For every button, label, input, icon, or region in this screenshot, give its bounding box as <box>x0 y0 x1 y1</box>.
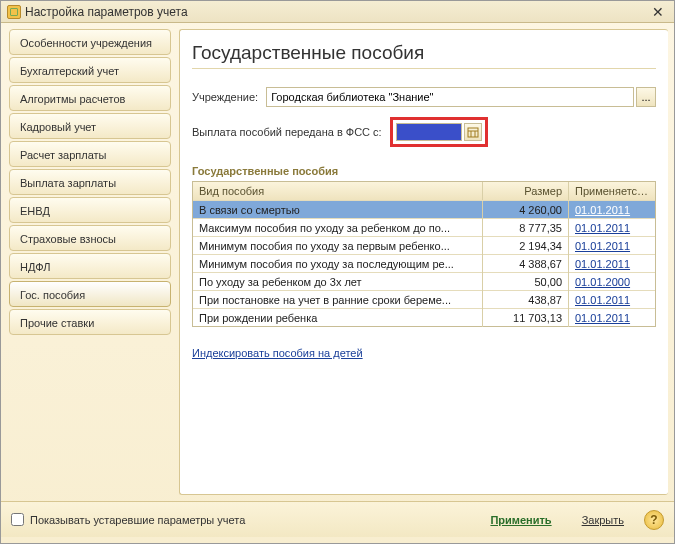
index-benefits-link[interactable]: Индексировать пособия на детей <box>192 347 363 359</box>
sidebar-item[interactable]: Прочие ставки <box>9 309 171 335</box>
date-link[interactable]: 01.01.2011 <box>575 312 630 324</box>
cell-size: 4 388,67 <box>483 255 569 273</box>
show-obsolete-checkbox[interactable]: Показывать устаревшие параметры учета <box>11 513 245 526</box>
date-link[interactable]: 01.01.2011 <box>575 222 630 234</box>
cell-name: Минимум пособия по уходу за последующим … <box>193 255 483 273</box>
cell-size: 438,87 <box>483 291 569 309</box>
titlebar: Настройка параметров учета ✕ <box>1 1 674 23</box>
cell-date: 01.01.2011 <box>569 309 655 327</box>
divider <box>192 68 656 69</box>
institution-row: Учреждение: Городская библиотека "Знание… <box>192 87 656 107</box>
settings-window: Настройка параметров учета ✕ Особенности… <box>0 0 675 544</box>
sidebar-item[interactable]: Расчет зарплаты <box>9 141 171 167</box>
cell-date: 01.01.2011 <box>569 201 655 219</box>
cell-name: По уходу за ребенком до 3х лет <box>193 273 483 291</box>
table-row[interactable]: В связи со смертью4 260,0001.01.2011 <box>193 200 655 218</box>
col-header-size[interactable]: Размер <box>483 182 569 200</box>
sidebar-item[interactable]: ЕНВД <box>9 197 171 223</box>
date-link[interactable]: 01.01.2011 <box>575 204 630 216</box>
benefits-table: Вид пособия Размер Применяется с В связи… <box>192 181 656 327</box>
cell-date: 01.01.2011 <box>569 237 655 255</box>
cell-name: Минимум пособия по уходу за первым ребен… <box>193 237 483 255</box>
col-header-name[interactable]: Вид пособия <box>193 182 483 200</box>
window-title: Настройка параметров учета <box>25 5 188 19</box>
apply-button[interactable]: Применить <box>478 509 563 531</box>
cell-size: 8 777,35 <box>483 219 569 237</box>
fss-date-highlight <box>390 117 488 147</box>
institution-select-button[interactable]: ... <box>636 87 656 107</box>
svg-rect-0 <box>468 128 478 137</box>
sidebar-item[interactable]: Страховые взносы <box>9 225 171 251</box>
page-title: Государственные пособия <box>192 42 656 64</box>
table-row[interactable]: Максимум пособия по уходу за ребенком до… <box>193 218 655 236</box>
footer: Показывать устаревшие параметры учета Пр… <box>1 501 674 537</box>
calendar-button[interactable] <box>464 123 482 141</box>
fss-date-input[interactable] <box>396 123 462 141</box>
app-icon <box>7 5 21 19</box>
cell-size: 2 194,34 <box>483 237 569 255</box>
institution-value: Городская библиотека "Знание" <box>271 91 433 103</box>
cell-size: 11 703,13 <box>483 309 569 327</box>
table-row[interactable]: При рождении ребенка11 703,1301.01.2011 <box>193 308 655 326</box>
institution-label: Учреждение: <box>192 91 258 103</box>
sidebar-item[interactable]: Гос. пособия <box>9 281 171 307</box>
index-link-row: Индексировать пособия на детей <box>192 347 656 359</box>
cell-date: 01.01.2000 <box>569 273 655 291</box>
show-obsolete-input[interactable] <box>11 513 24 526</box>
cell-size: 4 260,00 <box>483 201 569 219</box>
cell-name: При рождении ребенка <box>193 309 483 327</box>
show-obsolete-label: Показывать устаревшие параметры учета <box>30 514 245 526</box>
sidebar-item[interactable]: Бухгалтерский учет <box>9 57 171 83</box>
close-icon[interactable]: ✕ <box>648 4 668 20</box>
sidebar-item[interactable]: Особенности учреждения <box>9 29 171 55</box>
date-link[interactable]: 01.01.2011 <box>575 294 630 306</box>
cell-size: 50,00 <box>483 273 569 291</box>
main-panel: Государственные пособия Учреждение: Горо… <box>179 29 668 495</box>
table-row[interactable]: При постановке на учет в ранние сроки бе… <box>193 290 655 308</box>
cell-name: Максимум пособия по уходу за ребенком до… <box>193 219 483 237</box>
date-link[interactable]: 01.01.2000 <box>575 276 630 288</box>
table-row[interactable]: Минимум пособия по уходу за последующим … <box>193 254 655 272</box>
sidebar-item[interactable]: Алгоритмы расчетов <box>9 85 171 111</box>
cell-date: 01.01.2011 <box>569 291 655 309</box>
fss-label: Выплата пособий передана в ФСС с: <box>192 126 382 138</box>
col-header-date[interactable]: Применяется с <box>569 182 655 200</box>
sidebar: Особенности учрежденияБухгалтерский учет… <box>1 23 179 501</box>
table-header: Вид пособия Размер Применяется с <box>193 182 655 200</box>
help-button[interactable]: ? <box>644 510 664 530</box>
table-row[interactable]: По уходу за ребенком до 3х лет50,0001.01… <box>193 272 655 290</box>
close-button[interactable]: Закрыть <box>570 509 636 531</box>
table-body: В связи со смертью4 260,0001.01.2011Макс… <box>193 200 655 326</box>
calendar-icon <box>467 126 479 138</box>
fss-row: Выплата пособий передана в ФСС с: <box>192 117 656 147</box>
cell-name: При постановке на учет в ранние сроки бе… <box>193 291 483 309</box>
date-link[interactable]: 01.01.2011 <box>575 258 630 270</box>
institution-input[interactable]: Городская библиотека "Знание" <box>266 87 634 107</box>
sidebar-item[interactable]: Выплата зарплаты <box>9 169 171 195</box>
section-title: Государственные пособия <box>192 165 656 177</box>
cell-date: 01.01.2011 <box>569 219 655 237</box>
date-link[interactable]: 01.01.2011 <box>575 240 630 252</box>
cell-date: 01.01.2011 <box>569 255 655 273</box>
table-row[interactable]: Минимум пособия по уходу за первым ребен… <box>193 236 655 254</box>
sidebar-item[interactable]: НДФЛ <box>9 253 171 279</box>
cell-name: В связи со смертью <box>193 201 483 219</box>
sidebar-item[interactable]: Кадровый учет <box>9 113 171 139</box>
body: Особенности учрежденияБухгалтерский учет… <box>1 23 674 501</box>
